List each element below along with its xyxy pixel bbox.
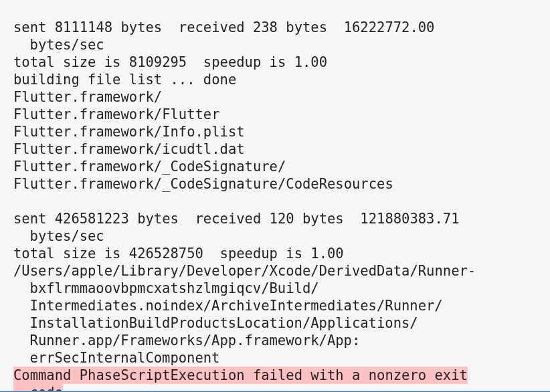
log-line: sent 426581223 bytes received 120 bytes …	[13, 210, 549, 227]
log-line: Flutter.framework/Flutter	[13, 106, 549, 123]
log-continuation: Runner.app/Frameworks/App.framework/App:	[13, 332, 549, 349]
log-line: Flutter.framework/_CodeSignature/	[13, 158, 549, 175]
log-continuation: Intermediates.noindex/ArchiveIntermediat…	[13, 297, 549, 314]
log-continuation: bytes/sec	[13, 36, 549, 54]
log-line: sent 8111148 bytes received 238 bytes 16…	[13, 19, 549, 36]
log-blank	[13, 193, 549, 210]
log-continuation: errSecInternalComponent	[13, 349, 549, 367]
terminal-output: sent 8111148 bytes received 238 bytes 16…	[0, 0, 550, 392]
log-continuation: bytes/sec	[13, 227, 549, 245]
log-line: Flutter.framework/_CodeSignature/CodeRes…	[13, 175, 549, 193]
log-line: building file list ... done	[13, 71, 549, 88]
log-continuation: bxflrmmaoovbpmcxatshzlmgiqcv/Build/	[13, 280, 549, 297]
log-line: /Users/apple/Library/Developer/Xcode/Der…	[13, 262, 549, 280]
log-line: total size is 8109295 speedup is 1.00	[13, 54, 549, 71]
log-continuation: InstallationBuildProductsLocation/Applic…	[13, 314, 549, 332]
error-line: Command PhaseScriptExecution failed with…	[13, 367, 468, 384]
log-line: Flutter.framework/Info.plist	[13, 123, 549, 140]
log-line: Flutter.framework/	[13, 88, 549, 106]
log-line: Flutter.framework/icudtl.dat	[13, 140, 549, 158]
log-line: total size is 426528750 speedup is 1.00	[13, 245, 549, 262]
